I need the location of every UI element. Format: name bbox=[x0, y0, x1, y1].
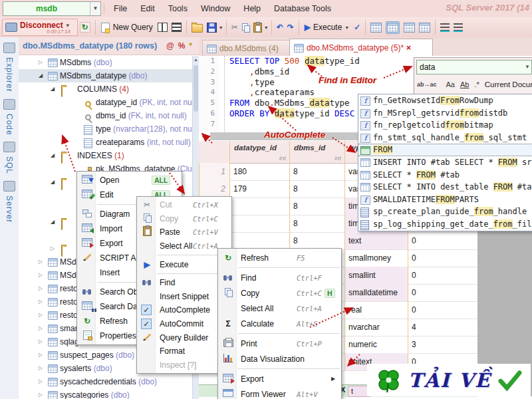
grid-cell-createparams[interactable]: 0 bbox=[408, 301, 477, 319]
expand-icon[interactable]: ▷ bbox=[39, 335, 43, 348]
grid-cell-createparams[interactable]: 0 bbox=[408, 232, 477, 249]
menubar-item-window[interactable]: Window bbox=[194, 4, 237, 13]
paste-icon[interactable] bbox=[253, 23, 262, 33]
tree-item-indexes[interactable]: ◢INDEXES (1) bbox=[19, 149, 193, 162]
grid-cell-datatype_id[interactable]: 180 bbox=[229, 163, 289, 180]
percent-icon[interactable]: % bbox=[178, 41, 186, 51]
tree-item-datatype_id[interactable]: datatype_id (PK, int, not null) bbox=[19, 96, 193, 109]
validate-icon[interactable]: ✓ bbox=[354, 23, 360, 32]
menubar-item-help[interactable]: Help bbox=[237, 4, 267, 13]
autocomplete-item[interactable]: FROM bbox=[358, 144, 532, 156]
grid-cell-datatype_id[interactable] bbox=[229, 215, 289, 232]
cut-icon[interactable]: ✂ bbox=[231, 23, 238, 32]
menu-item-refresh[interactable]: ↻RefreshF5 bbox=[218, 250, 341, 265]
grid-cell-dbms_id[interactable]: 8 bbox=[289, 215, 344, 232]
tree-item-type[interactable]: type (nvarchar(128), not null) bbox=[19, 122, 193, 136]
scrollbar-thumb[interactable] bbox=[194, 65, 198, 112]
find-input[interactable]: data ▼ bbox=[416, 60, 532, 74]
grid-cell-createparams[interactable]: 3 bbox=[408, 336, 477, 353]
grid-cell-datatype_id[interactable] bbox=[229, 232, 289, 249]
grid-cell-dbms_id[interactable]: 8 bbox=[289, 180, 344, 198]
expand-icon[interactable]: ▷ bbox=[39, 388, 43, 399]
grid-cell-type[interactable]: smallint bbox=[344, 267, 408, 284]
open-file-icon[interactable] bbox=[192, 24, 203, 33]
tree-item-msdbms_datatype[interactable]: ◢MSdbms_datatype (dbo) bbox=[19, 69, 193, 82]
tree-item-syscategories[interactable]: ▷syscategories (dbo) bbox=[19, 388, 193, 399]
autocomplete-item[interactable]: sp_create_plan_guide_from_handle bbox=[358, 205, 532, 218]
collapse-icon[interactable]: ◢ bbox=[39, 69, 43, 82]
expand-icon[interactable]: ▷ bbox=[39, 375, 43, 388]
undo-icon[interactable]: ↶ bbox=[277, 23, 283, 32]
menu-item-form-viewer[interactable]: Form ViewerAlt+V bbox=[218, 386, 341, 399]
autocomplete-item[interactable]: ffn_replgetcolidfrombitmap bbox=[358, 119, 532, 132]
sidebar-tab-server[interactable]: Server bbox=[5, 196, 14, 223]
grid-cell-dbms_id[interactable]: 8 bbox=[289, 232, 344, 249]
expand-icon[interactable]: ▷ bbox=[39, 322, 43, 335]
text-result-icon[interactable] bbox=[404, 23, 415, 33]
autocomplete-item[interactable]: SELECT * INTO dest_table FROM #tab bbox=[358, 181, 532, 194]
menubar-item-file[interactable]: File bbox=[107, 4, 134, 13]
grid-cell-createparams[interactable]: 4 bbox=[408, 319, 477, 336]
menubar-item-tools[interactable]: Tools bbox=[162, 4, 194, 13]
row-number-cell[interactable]: 1 bbox=[199, 163, 229, 180]
at-icon[interactable]: @ bbox=[166, 41, 174, 51]
autocomplete-item[interactable]: sp_log_shipping_get_date_from_file bbox=[358, 218, 532, 231]
grid-cell-createparams[interactable]: 0 bbox=[408, 267, 477, 284]
chevron-down-icon[interactable]: ▼ bbox=[90, 2, 100, 15]
download-badge[interactable]: TẢI VỀ bbox=[367, 364, 531, 396]
sidebar-tab-explorer[interactable]: Explorer bbox=[5, 57, 14, 92]
whole-word-button[interactable]: Ab bbox=[460, 80, 469, 88]
result-grid-icon[interactable] bbox=[370, 23, 382, 33]
split-vertical-icon[interactable] bbox=[158, 23, 168, 32]
match-case-button[interactable]: Aa bbox=[446, 80, 455, 88]
collapse-icon[interactable]: ◢ bbox=[51, 82, 55, 96]
tab-dbo-msdbms[interactable]: dbo.MSdbms (4) bbox=[202, 40, 295, 57]
replace-icon[interactable]: ab→ac bbox=[417, 81, 437, 88]
grid-cell-createparams[interactable]: 0 bbox=[408, 284, 477, 301]
tree-item-dbms_id[interactable]: dbms_id (FK, int, not null) bbox=[19, 109, 193, 122]
scroll-up-icon[interactable]: ▲ bbox=[193, 56, 199, 64]
expand-icon[interactable]: ▷ bbox=[39, 255, 43, 269]
expand-icon[interactable]: ▷ bbox=[39, 56, 43, 69]
grid-cell-dbms_id[interactable]: 8 bbox=[289, 198, 344, 215]
autocomplete-item[interactable]: ffn_stmt_sql_handle_from_sql_stmt bbox=[358, 132, 532, 144]
menubar-item-edit[interactable]: Edit bbox=[134, 4, 162, 13]
column-header-dbms_id[interactable]: dbms_idint bbox=[289, 141, 344, 163]
expand-icon[interactable]: ▷ bbox=[51, 242, 55, 255]
menu-item-calculate[interactable]: ΣCalculateAlt+S bbox=[218, 316, 341, 331]
database-selector[interactable]: msdb ▼ bbox=[3, 1, 101, 16]
copy-icon[interactable] bbox=[242, 23, 249, 32]
chevron-down-icon[interactable]: ▼ bbox=[525, 61, 530, 74]
tab-dbo-msdbms-datatype[interactable]: dbo.MSdbms_datatype (5)* × bbox=[289, 39, 433, 57]
row-number-cell[interactable]: 2 bbox=[199, 180, 229, 198]
grid-cell-type[interactable]: smallmoney bbox=[344, 249, 408, 267]
tree-item-msdbms[interactable]: ▷MSdbms (dbo) bbox=[19, 56, 193, 69]
expand-icon[interactable]: ▷ bbox=[39, 282, 43, 295]
collapse-icon[interactable]: ◢ bbox=[51, 215, 55, 229]
tree-item-syscachedcredentials[interactable]: ▷syscachedcredentials (dbo) bbox=[19, 375, 193, 388]
new-query-button[interactable]: New Query bbox=[98, 19, 156, 35]
expand-icon[interactable]: ▷ bbox=[39, 295, 43, 309]
scroll-left-icon[interactable]: ◄ bbox=[201, 132, 207, 141]
grid-cell-dbms_id[interactable]: 8 bbox=[289, 163, 344, 180]
grid-cell-datatype_id[interactable] bbox=[229, 198, 289, 215]
autocomplete-item[interactable]: ffn_MSrepl_getsrvidfromdistdb bbox=[358, 107, 532, 120]
expand-icon[interactable]: ▷ bbox=[39, 269, 43, 282]
chevron-down-icon[interactable]: ▼ bbox=[264, 25, 269, 30]
column-header-datatype_id[interactable]: datatype_idint bbox=[229, 141, 289, 163]
chevron-down-icon[interactable]: ▼ bbox=[219, 25, 223, 30]
menu-item-copy[interactable]: CopyCtrl+CH bbox=[218, 285, 341, 301]
grid-view-icon[interactable] bbox=[386, 21, 400, 34]
tree-item-createparams[interactable]: createparams (int, not null) bbox=[19, 136, 193, 149]
star-icon[interactable]: * bbox=[189, 41, 192, 51]
menu-item-data-visualization[interactable]: Data Visualization bbox=[218, 351, 341, 366]
expand-icon[interactable]: ▷ bbox=[39, 362, 43, 375]
disconnect-button[interactable]: Disconnect ▼ 0.00:17:14 bbox=[2, 19, 78, 36]
menu-item-print[interactable]: PrintCtrl+P bbox=[218, 336, 341, 351]
tree-item-columns[interactable]: ◢COLUMNS (4) bbox=[19, 82, 193, 96]
menubar-item-database-tools[interactable]: Database Tools bbox=[267, 4, 338, 13]
menu-item-open[interactable]: OpenALL bbox=[77, 173, 182, 188]
grid-cell-createparams[interactable]: 0 bbox=[408, 249, 477, 267]
search-scope-dropdown[interactable]: Current Document bbox=[485, 80, 532, 88]
redo-icon[interactable]: ↷ bbox=[287, 23, 294, 32]
